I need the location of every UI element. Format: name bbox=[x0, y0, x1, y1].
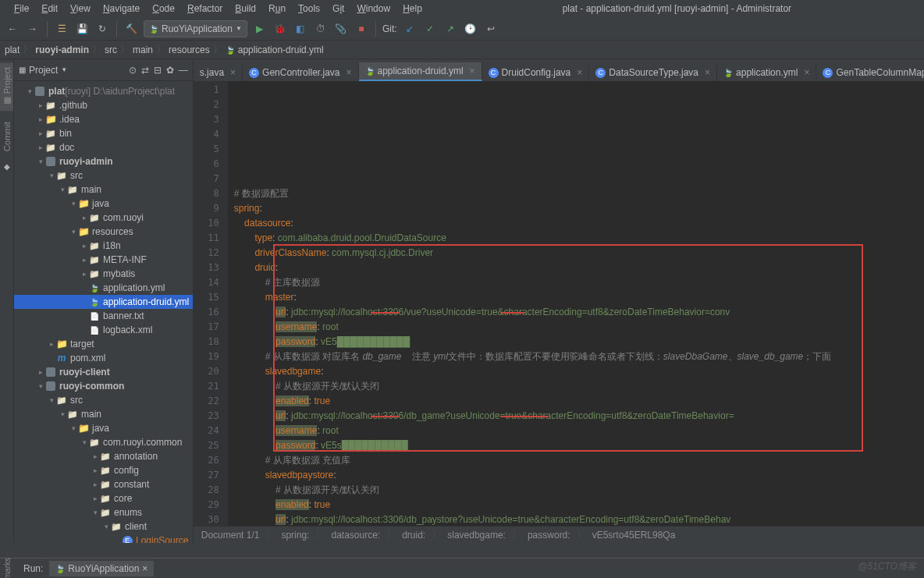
watermark: @51CTO博客 bbox=[858, 560, 916, 573]
git-push-icon[interactable]: ↗ bbox=[442, 21, 458, 37]
spring-leaf-icon bbox=[226, 44, 235, 55]
spring-leaf-icon bbox=[723, 67, 733, 78]
tree-row[interactable]: ▾📁java bbox=[14, 197, 193, 211]
menu-refactor[interactable]: Refactor bbox=[183, 2, 227, 16]
crumb[interactable]: main bbox=[133, 44, 153, 55]
git-update-icon[interactable]: ↙ bbox=[402, 21, 418, 37]
menu-file[interactable]: File bbox=[9, 2, 34, 16]
tree-row[interactable]: mpom.xml bbox=[14, 351, 193, 365]
tree-row[interactable]: ▸config bbox=[14, 463, 193, 477]
menu-help[interactable]: Help bbox=[398, 2, 427, 16]
stop-icon[interactable]: ■ bbox=[354, 21, 369, 37]
git-commit-icon[interactable]: ✓ bbox=[422, 21, 438, 37]
commit-icon[interactable]: ◆ bbox=[4, 162, 10, 171]
back-icon[interactable]: ← bbox=[5, 21, 20, 37]
run-config-selector[interactable]: RuoYiApplication ▼ bbox=[144, 20, 247, 37]
tree-row[interactable]: ▾client bbox=[14, 519, 193, 534]
close-icon[interactable]: × bbox=[142, 563, 147, 574]
debug-icon[interactable]: 🐞 bbox=[272, 21, 288, 37]
tree-row[interactable]: ▸META-INF bbox=[14, 253, 193, 267]
tree-row[interactable]: ELoginSource bbox=[14, 534, 193, 543]
tree-row[interactable]: ▸📁target bbox=[14, 337, 193, 351]
tree-row[interactable]: ▾📁resources bbox=[14, 225, 193, 239]
tree-row[interactable]: ▾ruoyi-common bbox=[14, 379, 193, 393]
commit-tool-tab[interactable]: Commit bbox=[1, 117, 13, 156]
tree-row[interactable]: ▾src bbox=[14, 168, 193, 183]
tree-row[interactable]: ▸bin bbox=[14, 126, 193, 140]
tree-row[interactable]: ▸i18n bbox=[14, 239, 193, 253]
code-editor[interactable]: # 数据源配置spring: datasource: type: com.ali… bbox=[228, 81, 924, 526]
tree-row[interactable]: ▸📁.idea bbox=[14, 112, 193, 126]
run-tab[interactable]: RuoYiApplication × bbox=[49, 561, 154, 576]
hide-icon[interactable]: — bbox=[179, 65, 188, 76]
tree-row[interactable]: ▾src bbox=[14, 393, 193, 407]
menu-run[interactable]: Run bbox=[264, 2, 290, 16]
menu-build[interactable]: Build bbox=[230, 2, 261, 16]
tree-row[interactable]: application.yml bbox=[14, 281, 193, 295]
profile-icon[interactable]: ⏱ bbox=[313, 21, 329, 37]
tree-row[interactable]: ▸constant bbox=[14, 477, 193, 491]
close-icon[interactable]: × bbox=[230, 67, 236, 78]
close-icon[interactable]: × bbox=[705, 67, 710, 78]
tree-row[interactable]: ▾plat [ruoyi] D:\aidunProject\plat bbox=[14, 84, 193, 98]
menu-code[interactable]: Code bbox=[147, 2, 179, 16]
tree-row[interactable]: ▸annotation bbox=[14, 449, 193, 463]
open-icon[interactable]: ☰ bbox=[54, 21, 69, 37]
close-icon[interactable]: × bbox=[470, 66, 475, 76]
target-icon[interactable]: ⊙ bbox=[129, 65, 137, 76]
project-panel-title[interactable]: ▦ Project ▼ bbox=[19, 65, 129, 76]
editor-tab[interactable]: application-druid.yml× bbox=[359, 62, 482, 81]
menu-git[interactable]: Git bbox=[328, 2, 349, 16]
refresh-icon[interactable]: ↻ bbox=[94, 21, 110, 37]
tree-row[interactable]: ▸mybatis bbox=[14, 267, 193, 281]
crumb[interactable]: resources bbox=[169, 44, 210, 55]
bookmarks-tab[interactable]: marks bbox=[3, 558, 12, 578]
attach-icon[interactable]: 📎 bbox=[333, 21, 349, 37]
collapse-icon[interactable]: ⊟ bbox=[154, 65, 162, 76]
line-gutter[interactable]: 1234567891011121314151617181920212223242… bbox=[194, 81, 228, 526]
crumb[interactable]: application-druid.yml bbox=[238, 44, 324, 55]
tree-row[interactable]: ▸com.ruoyi bbox=[14, 211, 193, 225]
editor-tab[interactable]: CGenTableColumnMapp× bbox=[816, 64, 924, 81]
git-rollback-icon[interactable]: ↩ bbox=[483, 21, 499, 37]
tree-row[interactable]: ▾main bbox=[14, 407, 193, 421]
tree-row[interactable]: ▸ruoyi-client bbox=[14, 365, 193, 379]
tree-row[interactable]: ▾📁java bbox=[14, 421, 193, 435]
tree-row[interactable]: ▾ruoyi-admin bbox=[14, 154, 193, 168]
tree-row[interactable]: ▾com.ruoyi.common bbox=[14, 435, 193, 449]
editor-tab[interactable]: application.yml× bbox=[717, 64, 816, 81]
crumb[interactable]: ruoyi-admin bbox=[35, 44, 89, 55]
tree-row[interactable]: ▸doc bbox=[14, 140, 193, 154]
tree-row[interactable]: ▸.github bbox=[14, 98, 193, 112]
tree-row[interactable]: ▸core bbox=[14, 491, 193, 505]
menu-tools[interactable]: Tools bbox=[293, 2, 325, 16]
editor-tab[interactable]: CDruidConfig.java× bbox=[482, 64, 590, 81]
git-history-icon[interactable]: 🕑 bbox=[463, 21, 478, 37]
tree-row[interactable]: ▾main bbox=[14, 183, 193, 197]
forward-icon[interactable]: → bbox=[25, 21, 41, 37]
crumb[interactable]: src bbox=[105, 44, 117, 55]
settings-icon[interactable]: ✿ bbox=[166, 65, 174, 76]
hammer-icon[interactable]: 🔨 bbox=[123, 21, 139, 37]
coverage-icon[interactable]: ◧ bbox=[293, 21, 308, 37]
menu-window[interactable]: Window bbox=[352, 2, 395, 16]
tree-row[interactable]: ▾enums bbox=[14, 505, 193, 519]
close-icon[interactable]: × bbox=[804, 67, 809, 78]
close-icon[interactable]: × bbox=[577, 67, 582, 78]
tree-row[interactable]: logback.xml bbox=[14, 323, 193, 337]
tree-row[interactable]: application-druid.yml bbox=[14, 295, 193, 309]
project-tree[interactable]: ▾plat [ruoyi] D:\aidunProject\plat▸.gith… bbox=[14, 81, 193, 543]
tree-row[interactable]: banner.txt bbox=[14, 309, 193, 323]
project-tool-tab[interactable]: ▦ Project bbox=[0, 62, 13, 111]
editor-tab[interactable]: s.java× bbox=[194, 64, 243, 81]
editor-tab[interactable]: CDataSourceType.java× bbox=[589, 64, 717, 81]
save-icon[interactable]: 💾 bbox=[74, 21, 90, 37]
menu-view[interactable]: View bbox=[66, 2, 95, 16]
menu-edit[interactable]: Edit bbox=[37, 2, 62, 16]
run-icon[interactable]: ▶ bbox=[252, 21, 268, 37]
menu-navigate[interactable]: Navigate bbox=[98, 2, 144, 16]
editor-tab[interactable]: CGenController.java× bbox=[243, 64, 358, 81]
close-icon[interactable]: × bbox=[346, 67, 351, 78]
expand-icon[interactable]: ⇄ bbox=[141, 65, 149, 76]
crumb[interactable]: plat bbox=[5, 44, 20, 55]
